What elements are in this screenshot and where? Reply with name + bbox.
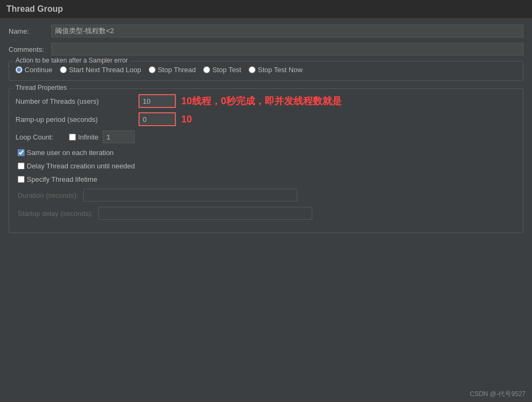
- specify-lifetime-checkbox-item[interactable]: Specify Thread lifetime: [18, 175, 97, 183]
- radio-stop-test[interactable]: Stop Test: [203, 66, 241, 74]
- thread-properties-label: Thread Properties: [13, 84, 69, 91]
- loop-count-label: Loop Count:: [16, 133, 69, 141]
- delay-thread-label: Delay Thread creation until needed: [27, 162, 135, 170]
- same-user-checkbox[interactable]: [18, 149, 25, 156]
- delay-thread-row: Delay Thread creation until needed: [16, 162, 516, 170]
- ramp-up-label: Ramp-up period (seconds): [16, 115, 138, 123]
- sampler-error-section: Action to be taken after a Sampler error…: [9, 61, 523, 81]
- num-threads-input[interactable]: [138, 94, 176, 108]
- radio-stop-test-label: Stop Test: [212, 66, 241, 74]
- num-threads-label: Number of Threads (users): [16, 97, 138, 105]
- radio-stop-thread-label: Stop Thread: [158, 66, 196, 74]
- radio-stop-test-now-label: Stop Test Now: [258, 66, 303, 74]
- delay-thread-checkbox-item[interactable]: Delay Thread creation until needed: [18, 162, 135, 170]
- name-row: Name:: [9, 25, 523, 37]
- radio-continue-label: Continue: [25, 66, 52, 74]
- radio-stop-thread[interactable]: Stop Thread: [149, 66, 196, 74]
- startup-delay-label: Startup delay (seconds):: [18, 210, 93, 218]
- same-user-checkbox-item[interactable]: Same user on each iteration: [18, 149, 114, 157]
- radio-start-next-input[interactable]: [60, 66, 67, 73]
- radio-continue[interactable]: Continue: [16, 66, 52, 74]
- startup-delay-input: [98, 207, 312, 220]
- num-threads-row: Number of Threads (users) 10线程，0秒完成，即并发线…: [16, 94, 516, 108]
- duration-row: Duration (seconds):: [16, 189, 516, 202]
- comments-row: Comments:: [9, 43, 523, 56]
- thread-properties-section: Thread Properties Number of Threads (use…: [9, 88, 523, 233]
- delay-thread-checkbox[interactable]: [18, 163, 25, 169]
- duration-input: [83, 189, 297, 202]
- duration-label: Duration (seconds):: [18, 191, 78, 199]
- comments-input[interactable]: [51, 43, 523, 56]
- same-user-row: Same user on each iteration: [16, 149, 516, 157]
- radio-stop-test-now-input[interactable]: [249, 66, 256, 73]
- page-title: Thread Group: [6, 4, 63, 14]
- annotation-suffix: 10: [181, 114, 192, 125]
- annotation-text: 10线程，0秒完成，即并发线程数就是: [181, 95, 342, 107]
- comments-label: Comments:: [9, 45, 51, 53]
- ramp-up-row: Ramp-up period (seconds) 10: [16, 112, 516, 126]
- radio-stop-test-now[interactable]: Stop Test Now: [249, 66, 303, 74]
- radio-continue-input[interactable]: [16, 66, 22, 73]
- specify-lifetime-row: Specify Thread lifetime: [16, 175, 516, 183]
- startup-delay-row: Startup delay (seconds):: [16, 207, 516, 220]
- content-area: Name: Comments: Action to be taken after…: [0, 18, 532, 386]
- radio-stop-test-input[interactable]: [203, 66, 210, 73]
- same-user-label: Same user on each iteration: [27, 149, 114, 157]
- footer: CSDN @-代号9527: [0, 386, 532, 402]
- sampler-error-label: Action to be taken after a Sampler error: [13, 57, 130, 64]
- radio-start-next-label: Start Next Thread Loop: [69, 66, 141, 74]
- title-bar: Thread Group: [0, 0, 532, 18]
- radio-stop-thread-input[interactable]: [149, 66, 156, 73]
- specify-lifetime-checkbox[interactable]: [18, 176, 25, 183]
- infinite-checkbox-item[interactable]: Infinite: [69, 133, 98, 141]
- name-input[interactable]: [51, 25, 523, 37]
- loop-count-row: Loop Count: Infinite: [16, 130, 516, 143]
- infinite-checkbox[interactable]: [69, 134, 76, 141]
- specify-lifetime-label: Specify Thread lifetime: [27, 175, 97, 183]
- loop-count-input[interactable]: [103, 130, 135, 143]
- radio-group: Continue Start Next Thread Loop Stop Thr…: [16, 66, 516, 74]
- radio-start-next[interactable]: Start Next Thread Loop: [60, 66, 141, 74]
- name-label: Name:: [9, 27, 51, 35]
- footer-text: CSDN @-代号9527: [470, 390, 526, 399]
- ramp-up-input[interactable]: [138, 112, 176, 126]
- infinite-label: Infinite: [78, 133, 98, 141]
